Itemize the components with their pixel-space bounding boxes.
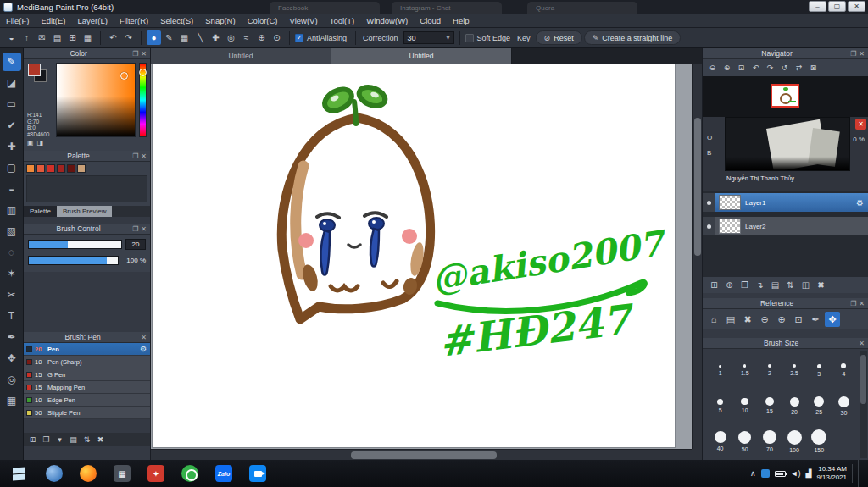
eraser-tool[interactable]: ◪: [3, 74, 21, 92]
palette-swatch[interactable]: [26, 164, 35, 173]
layer-row[interactable]: Layer1 ⚙: [703, 193, 868, 212]
brush-settings-icon[interactable]: ⚙: [140, 345, 147, 353]
brush-list-item[interactable]: 15 Mapping Pen ⚙: [24, 381, 150, 394]
tab-brush-preview[interactable]: Brush Preview: [57, 206, 113, 217]
vertical-scrollbar[interactable]: [692, 64, 702, 449]
brush-list-item[interactable]: 10 Pen (Sharp) ⚙: [24, 356, 150, 368]
popout-icon[interactable]: ❐: [132, 152, 138, 160]
hue-marker[interactable]: [139, 69, 147, 76]
zoom-fit-icon[interactable]: ⊡: [735, 62, 748, 75]
menu-item[interactable]: Edit(E): [35, 14, 71, 28]
drawing-canvas[interactable]: @akiso2007 #HĐ247: [153, 64, 675, 447]
brush-list-item[interactable]: 50 Stipple Pen ⚙: [24, 407, 150, 419]
reset-button[interactable]: ⊘ Reset: [536, 30, 582, 45]
duplicate-layer-icon[interactable]: ❐: [738, 279, 751, 292]
taskbar-app-coccoc[interactable]: [173, 460, 207, 487]
start-button[interactable]: [0, 460, 37, 487]
palette-swatch[interactable]: [47, 164, 55, 173]
menu-item[interactable]: Tool(T): [324, 14, 361, 28]
fg-bg-colors[interactable]: [27, 63, 53, 85]
select-pen-tool[interactable]: ✔: [3, 116, 21, 135]
popout-icon[interactable]: ❐: [132, 50, 138, 58]
snap-parallel-icon[interactable]: ╲: [193, 30, 208, 45]
menu-item[interactable]: Snap(N): [199, 14, 241, 28]
zoom-tool[interactable]: ◎: [3, 370, 21, 389]
flip-icon[interactable]: ⇄: [793, 62, 805, 75]
soft-edge-checkbox[interactable]: [465, 34, 474, 42]
undo-icon[interactable]: ↶: [106, 30, 120, 45]
snap-cross-icon[interactable]: ✚: [209, 30, 223, 45]
network-icon[interactable]: ▟: [805, 469, 811, 478]
snap-curve-icon[interactable]: ≈: [239, 30, 253, 45]
brush-tool[interactable]: ✎: [3, 53, 21, 71]
menu-item[interactable]: View(V): [284, 14, 324, 28]
eyedropper-icon[interactable]: ✒: [808, 312, 823, 327]
add-layer-icon[interactable]: ⊞: [708, 279, 721, 292]
brush-size-option[interactable]: 25: [807, 388, 832, 423]
move-tool[interactable]: ✚: [3, 137, 21, 156]
paint-bucket-icon[interactable]: ◒: [4, 30, 19, 45]
hand-tool[interactable]: ✥: [3, 349, 21, 368]
menu-item[interactable]: Window(W): [360, 14, 414, 28]
layer-visibility-toggle[interactable]: [703, 193, 715, 212]
brush-size-value-box[interactable]: 20: [125, 239, 146, 250]
taskbar-app-zalo[interactable]: Zalo: [207, 460, 241, 487]
brush-list-item[interactable]: 15 G Pen ⚙: [24, 368, 150, 381]
minimize-button[interactable]: –: [809, 1, 826, 12]
show-desktop-button[interactable]: [858, 460, 863, 487]
close-icon[interactable]: ✕: [859, 340, 865, 347]
menu-item[interactable]: Help: [447, 14, 476, 28]
horizontal-scrollbar[interactable]: [151, 449, 692, 460]
tray-app-icon[interactable]: [761, 469, 770, 478]
taskbar-app-utility[interactable]: ▦: [105, 460, 139, 487]
vertical-scrollbar-thumb[interactable]: [694, 118, 701, 257]
delete-layer-icon[interactable]: ✖: [815, 279, 827, 292]
clear-icon[interactable]: ✖: [740, 312, 755, 327]
color-mode-icon[interactable]: ▣: [27, 139, 34, 147]
brush-size-option[interactable]: 15: [757, 388, 782, 423]
upload-icon[interactable]: ↑: [19, 30, 34, 45]
grid-large-icon[interactable]: ▦: [81, 30, 95, 45]
canvas-tab[interactable]: Untitled: [331, 48, 512, 64]
brush-size-option[interactable]: 2: [757, 352, 782, 388]
palette-swatch[interactable]: [36, 164, 45, 173]
popout-icon[interactable]: ❐: [132, 225, 138, 233]
merge-down-icon[interactable]: ↴: [754, 279, 766, 292]
menu-item[interactable]: Select(S): [154, 14, 199, 28]
fill-rect-tool[interactable]: ▢: [3, 158, 21, 177]
hue-slider[interactable]: [139, 63, 147, 137]
brush-size-scrollbar[interactable]: [860, 351, 867, 458]
taskbar-app-video[interactable]: [241, 460, 275, 487]
popout-icon[interactable]: ❐: [850, 300, 856, 307]
rectangle-tool[interactable]: ▭: [3, 95, 21, 113]
brush-size-option[interactable]: 3: [807, 352, 832, 388]
create-straight-line-button[interactable]: ✎ Create a straight line: [584, 30, 682, 45]
rotate-reset-icon[interactable]: ↺: [778, 62, 791, 75]
brush-size-option[interactable]: 150: [807, 423, 832, 459]
select-tool[interactable]: ▧: [3, 222, 21, 241]
bucket-tool[interactable]: ◒: [3, 180, 21, 198]
layer-settings-icon[interactable]: ⚙: [856, 198, 864, 208]
lasso-tool[interactable]: ◌: [3, 243, 21, 262]
zoom-in-icon[interactable]: ⊕: [774, 312, 789, 327]
zoom-out-icon[interactable]: ⊖: [757, 312, 772, 327]
grid-tool[interactable]: ▦: [3, 391, 21, 410]
tab-palette[interactable]: Palette: [24, 206, 57, 217]
menu-item[interactable]: Layer(L): [72, 14, 114, 28]
hidden-icons-chevron[interactable]: ∧: [750, 469, 756, 478]
transfer-icon[interactable]: ◫: [799, 279, 812, 292]
reference-photo[interactable]: [725, 117, 850, 171]
brush-opacity-slider[interactable]: [28, 256, 119, 265]
close-icon[interactable]: ✕: [141, 152, 147, 160]
palette-swatch[interactable]: [57, 164, 65, 173]
brush-size-option[interactable]: 2.5: [782, 352, 806, 388]
brush-size-slider[interactable]: [28, 240, 122, 249]
close-icon[interactable]: ✕: [141, 50, 147, 58]
maximize-button[interactable]: ▢: [828, 1, 846, 12]
rotate-right-icon[interactable]: ↷: [764, 62, 776, 75]
close-icon[interactable]: ✕: [855, 119, 866, 130]
pen-icon[interactable]: ✎: [162, 30, 176, 45]
pattern-icon[interactable]: ▦: [177, 30, 192, 45]
menu-item[interactable]: Color(C): [242, 14, 284, 28]
brush-size-option[interactable]: 1: [708, 352, 732, 388]
